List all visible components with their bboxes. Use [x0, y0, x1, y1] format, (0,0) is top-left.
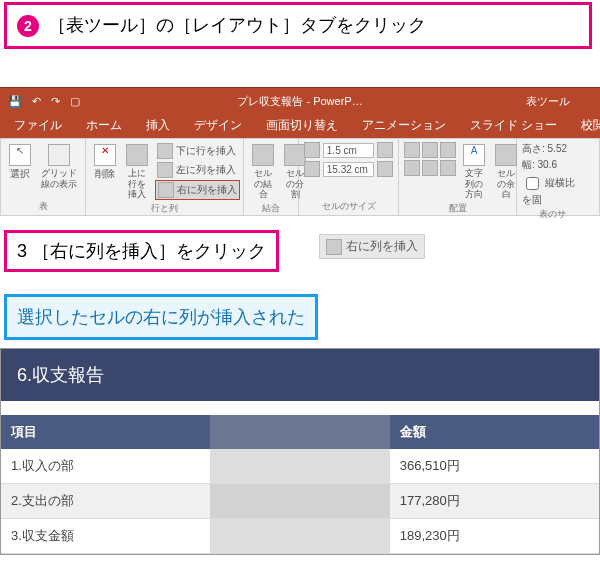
cell-item[interactable]: 2.支出の部 — [1, 484, 210, 519]
table-row[interactable]: 1.収入の部 366,510円 — [1, 449, 599, 484]
table-row[interactable]: 2.支出の部 177,280円 — [1, 484, 599, 519]
ribbon-tab-strip: ファイル ホーム 挿入 デザイン 画面切り替え アニメーション スライド ショー… — [0, 114, 600, 138]
step-number-badge: 3 — [17, 241, 27, 261]
col-right-icon — [158, 182, 174, 198]
delete-icon: ✕ — [94, 144, 116, 166]
delete-button[interactable]: ✕削除 — [91, 142, 119, 182]
tab-design[interactable]: デザイン — [186, 113, 250, 138]
col-left-icon — [157, 162, 173, 178]
align-tr-icon[interactable] — [440, 142, 456, 158]
group-label-merge: 結合 — [249, 201, 293, 215]
slide-preview: 6.収支報告 項目 金額 1.収入の部 366,510円 2.支出の部 177,… — [0, 348, 600, 555]
insert-above-button[interactable]: 上に行を挿入 — [123, 142, 151, 201]
cell-new[interactable] — [210, 449, 389, 484]
row-height-input[interactable]: 1.5 cm — [323, 143, 374, 158]
callout-text: ［表ツール］の［レイアウト］タブをクリック — [48, 15, 426, 35]
callout-text: 選択したセルの右に列が挿入された — [17, 307, 305, 327]
cell-amount[interactable]: 366,510円 — [390, 449, 599, 484]
callout-result: 選択したセルの右に列が挿入された — [4, 294, 318, 340]
tab-animations[interactable]: アニメーション — [354, 113, 454, 138]
insert-right-button[interactable]: 右に列を挿入 — [155, 180, 240, 200]
grid-icon — [48, 144, 70, 166]
text-direction-icon: A — [463, 144, 485, 166]
gridlines-button[interactable]: グリッド線の表示 — [38, 142, 80, 191]
group-label-table-size: 表のサ — [522, 207, 582, 221]
tab-home[interactable]: ホーム — [78, 113, 130, 138]
text-direction-button[interactable]: A文字列の方向 — [460, 142, 488, 201]
header-amount: 金額 — [390, 415, 599, 449]
qat-save-icon[interactable]: 💾 — [8, 95, 22, 108]
callout-text: ［右に列を挿入］をクリック — [32, 241, 266, 261]
align-ml-icon[interactable] — [404, 160, 420, 176]
align-mr-icon[interactable] — [440, 160, 456, 176]
chip-label: 右に列を挿入 — [346, 238, 418, 255]
cell-new[interactable] — [210, 484, 389, 519]
table-row[interactable]: 3.収支金額 189,230円 — [1, 519, 599, 554]
header-new-column — [210, 415, 389, 449]
distribute-rows-icon[interactable] — [377, 142, 393, 158]
align-mc-icon[interactable] — [422, 160, 438, 176]
tab-insert[interactable]: 挿入 — [138, 113, 178, 138]
row-height-icon — [304, 142, 320, 158]
group-label-rows-cols: 行と列 — [91, 201, 238, 215]
insert-left-button[interactable]: 左に列を挿入 — [155, 161, 240, 179]
tab-review[interactable]: 校閲 — [573, 113, 600, 138]
tab-slideshow[interactable]: スライド ショー — [462, 113, 565, 138]
group-label-align: 配置 — [404, 201, 511, 215]
ribbon-body: ↖選択 グリッド線の表示 表 ✕削除 上に行を挿入 下に行を挿入 左に列を挿入 … — [0, 138, 600, 216]
callout-step-3: 3 ［右に列を挿入］をクリック — [4, 230, 279, 272]
table-height-value: 5.52 — [548, 143, 567, 154]
insert-below-button[interactable]: 下に行を挿入 — [155, 142, 240, 160]
insert-right-chip: 右に列を挿入 — [319, 234, 425, 259]
table-header-row: 項目 金額 — [1, 415, 599, 449]
row-above-icon — [126, 144, 148, 166]
qat-redo-icon[interactable]: ↷ — [51, 95, 60, 108]
table-width-value: 30.6 — [538, 159, 557, 170]
tab-transitions[interactable]: 画面切り替え — [258, 113, 346, 138]
cell-item[interactable]: 3.収支金額 — [1, 519, 210, 554]
group-label-table: 表 — [6, 199, 80, 213]
cell-margins-icon — [495, 144, 517, 166]
row-below-icon — [157, 143, 173, 159]
cell-new[interactable] — [210, 519, 389, 554]
qat-start-icon[interactable]: ▢ — [70, 95, 80, 108]
qat-undo-icon[interactable]: ↶ — [32, 95, 41, 108]
report-table[interactable]: 項目 金額 1.収入の部 366,510円 2.支出の部 177,280円 3.… — [1, 415, 599, 554]
quick-access-toolbar: 💾 ↶ ↷ ▢ プレ収支報告 - PowerP… 表ツール — [0, 88, 600, 114]
header-item: 項目 — [1, 415, 210, 449]
cell-amount[interactable]: 189,230円 — [390, 519, 599, 554]
align-tl-icon[interactable] — [404, 142, 420, 158]
cell-item[interactable]: 1.収入の部 — [1, 449, 210, 484]
col-width-icon — [304, 161, 320, 177]
contextual-tab-title: 表ツール — [526, 94, 570, 109]
step-number-badge: 2 — [17, 15, 39, 37]
align-tc-icon[interactable] — [422, 142, 438, 158]
lock-ratio-checkbox[interactable] — [526, 177, 539, 190]
distribute-cols-icon[interactable] — [377, 161, 393, 177]
cell-amount[interactable]: 177,280円 — [390, 484, 599, 519]
group-label-cell-size: セルのサイズ — [304, 199, 393, 213]
callout-step-2: 2 ［表ツール］の［レイアウト］タブをクリック — [4, 2, 592, 49]
cell-margins-button[interactable]: セルの余白 — [492, 142, 520, 201]
col-width-input[interactable]: 15.32 cm — [323, 162, 374, 177]
window-title: プレ収支報告 - PowerP… — [237, 94, 362, 109]
pointer-icon: ↖ — [9, 144, 31, 166]
slide-title: 6.収支報告 — [1, 349, 599, 401]
col-right-icon — [326, 239, 342, 255]
merge-cells-button[interactable]: セルの結合 — [249, 142, 277, 201]
select-button[interactable]: ↖選択 — [6, 142, 34, 182]
merge-icon — [252, 144, 274, 166]
tab-file[interactable]: ファイル — [6, 113, 70, 138]
